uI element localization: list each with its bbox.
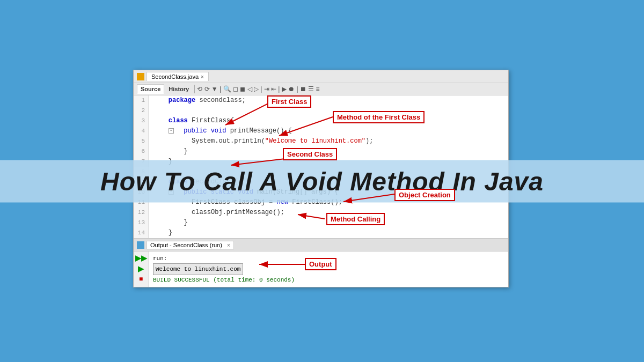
code-line-2: 2 <box>134 106 508 116</box>
code-line-1: 1 package secondclass; <box>134 95 508 106</box>
annotation-method-calling: Method Calling <box>326 213 385 225</box>
output-tab[interactable]: Output - SecondClass (run) × <box>147 241 234 249</box>
code-line-13: 13 } <box>134 218 508 228</box>
annotation-output: Output <box>305 258 336 270</box>
title-tab-label: SecondClass.java <box>151 73 199 80</box>
output-tab-close[interactable]: × <box>227 242 230 248</box>
annotation-object-creation: Object Creation <box>394 189 455 201</box>
toolbar-separator-1 <box>194 85 195 93</box>
annotation-box-second-class: Second Class <box>283 148 337 160</box>
annotation-box-output: Output <box>305 258 336 270</box>
annotation-method-first-class: Method of the First Class <box>333 111 425 123</box>
output-line-build: BUILD SUCCESSFUL (total time: 0 seconds) <box>153 275 504 285</box>
run-button-2[interactable]: ▶ <box>138 264 144 273</box>
output-highlighted: Welcome to linuxhint.com <box>153 263 243 275</box>
output-controls: ▶▶ ▶ ■ <box>134 252 149 287</box>
toolbar-icons: ⟲ ⟳ ▼ | 🔍 ◻ ◼ ◁ ▷ | ⇥ ⇤ | ▶ ⏺ | ⏹ ☰ ≡ <box>197 85 319 93</box>
run-button-1[interactable]: ▶▶ <box>135 254 147 262</box>
code-line-5: 5 System.out.println("Welcome to linuxhi… <box>134 136 508 146</box>
annotation-second-class: Second Class <box>283 148 337 160</box>
title-banner: How To Call A Void Method In Java <box>0 160 644 202</box>
output-tab-label: Output - SecondClass (run) <box>150 242 222 248</box>
ide-toolbar: Source History ⟲ ⟳ ▼ | 🔍 ◻ ◼ ◁ ▷ | ⇥ ⇤ |… <box>134 83 508 95</box>
source-tab[interactable]: Source <box>137 84 164 94</box>
annotation-box-method-calling: Method Calling <box>326 213 385 225</box>
annotation-box-object-creation: Object Creation <box>394 189 455 201</box>
code-line-12: 12 classObj.printMessage(); <box>134 208 508 218</box>
ide-title-tab[interactable]: SecondClass.java × <box>147 72 209 81</box>
ide-file-icon <box>137 73 144 80</box>
code-line-4: 4 - public void printMessage() { <box>134 126 508 136</box>
output-icon <box>137 241 144 249</box>
ide-title-bar: SecondClass.java × <box>134 70 508 83</box>
history-tab[interactable]: History <box>165 85 192 93</box>
stop-button[interactable]: ■ <box>139 275 143 283</box>
code-line-3: 3 class FirstClass{ <box>134 116 508 126</box>
fold-icon-4[interactable]: - <box>169 128 174 134</box>
tab-close-button[interactable]: × <box>201 74 204 80</box>
annotation-box-method: Method of the First Class <box>333 111 425 123</box>
annotation-first-class: First Class <box>267 95 311 108</box>
annotation-box-first-class: First Class <box>267 95 311 108</box>
page-title: How To Call A Void Method In Java <box>0 166 644 196</box>
code-line-14: 14 } <box>134 228 508 238</box>
output-title-bar: Output - SecondClass (run) × <box>134 239 508 252</box>
